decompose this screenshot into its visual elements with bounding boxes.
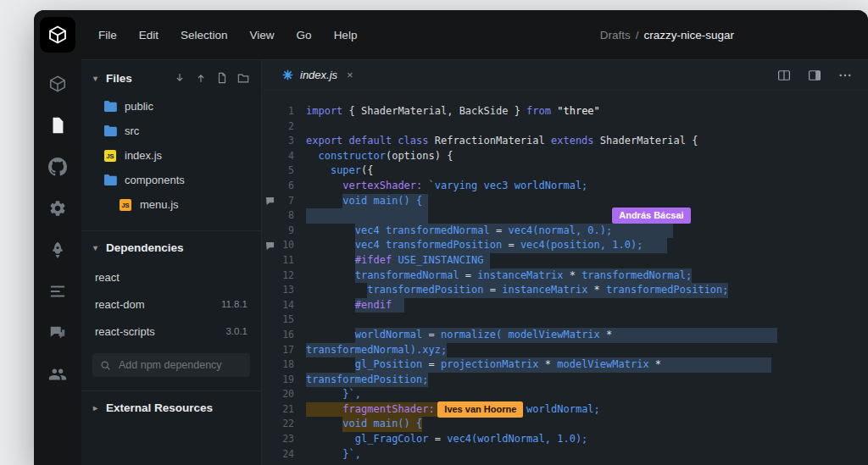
code-text: void main() {	[306, 417, 868, 432]
list-icon[interactable]	[48, 282, 67, 301]
code-text: transformedNormal = instanceMatrix * tra…	[306, 268, 868, 284]
dependency-list: reactreact-dom11.8.1react-scripts3.0.1	[81, 263, 261, 345]
code-line: 2	[262, 119, 868, 135]
code-text: #endif	[306, 298, 868, 313]
team-icon[interactable]	[48, 365, 67, 384]
file-tree-item-public[interactable]: public	[81, 94, 261, 119]
code-line: 5 super({	[262, 163, 868, 179]
open-preview-icon[interactable]	[807, 68, 822, 83]
line-number: 20	[277, 387, 294, 402]
gutter-space	[265, 298, 277, 313]
dependency-version: 11.8.1	[221, 299, 248, 309]
code-line: 7 void main() {	[262, 194, 868, 209]
menu-selection[interactable]: Selection	[181, 29, 228, 42]
file-tree-item-src[interactable]: src	[81, 119, 261, 143]
code-text: transformedNormal).xyz;	[306, 343, 868, 358]
dependency-name: react-scripts	[95, 325, 155, 338]
line-number: 13	[277, 283, 294, 298]
gutter-space	[265, 328, 277, 343]
code-line: 22 void main() {	[262, 417, 868, 432]
rail-icon-list	[48, 75, 67, 384]
tab-label: index.js	[300, 69, 337, 81]
line-number: 22	[277, 417, 294, 432]
menu-file[interactable]: File	[98, 29, 117, 42]
rocket-icon[interactable]	[48, 241, 67, 259]
codesandbox-logo[interactable]	[40, 17, 75, 53]
file-name: components	[125, 174, 185, 186]
dependencies-section-header[interactable]: ▾ Dependencies	[81, 231, 261, 263]
file-icon[interactable]	[48, 116, 67, 135]
gutter-space	[265, 268, 277, 284]
dependency-react-scripts[interactable]: react-scripts3.0.1	[81, 318, 261, 345]
menu-help[interactable]: Help	[334, 29, 358, 42]
menu-edit[interactable]: Edit	[139, 29, 159, 42]
upload-icon[interactable]	[195, 72, 207, 84]
new-folder-icon[interactable]	[237, 72, 249, 84]
code-line: 6 vertexShader: `varying vec3 worldNorma…	[262, 179, 868, 194]
gutter-space	[265, 179, 277, 194]
files-section-header[interactable]: ▾ Files	[81, 62, 261, 94]
breadcrumb[interactable]: Drafts / crazzy-nice-sugar	[600, 10, 734, 59]
line-number: 11	[277, 253, 294, 268]
code-text	[306, 119, 868, 135]
menu-view[interactable]: View	[250, 29, 275, 42]
code-line: 16 worldNormal = normalize( modelViewMat…	[262, 328, 868, 343]
more-icon[interactable]	[837, 68, 853, 83]
external-resources-header[interactable]: ▸ External Resources	[81, 391, 261, 423]
code-line: 9 vec4 transformedNormal = vec4(normal, …	[262, 224, 868, 239]
dependency-react[interactable]: react	[81, 263, 261, 291]
gutter-space	[265, 119, 277, 135]
line-number: 10	[277, 238, 294, 253]
close-tab-icon[interactable]: ×	[347, 69, 353, 81]
tab-indexjs[interactable]: index.js ×	[274, 60, 362, 90]
line-number: 14	[277, 298, 294, 313]
line-number: 24	[277, 447, 294, 462]
tab-bar: index.js ×	[262, 60, 868, 91]
github-icon[interactable]	[48, 158, 67, 176]
code-editor[interactable]: 1import { ShaderMaterial, BackSide } fro…	[262, 91, 868, 465]
comment-bubble-icon[interactable]	[265, 238, 277, 253]
new-file-icon[interactable]	[216, 72, 228, 84]
line-number: 7	[277, 194, 294, 209]
chevron-down-icon: ▾	[93, 243, 106, 252]
gutter-space	[265, 432, 277, 447]
code-line: 23 gl_FragColor = vec4(worldNormal, 1.0)…	[262, 432, 868, 447]
code-line: 4 constructor(options) {	[262, 149, 868, 164]
file-tree-item-index-js[interactable]: JSindex.js	[81, 143, 261, 168]
menu-go[interactable]: Go	[297, 29, 312, 42]
activity-bar	[34, 10, 81, 465]
chevron-right-icon: ▸	[93, 403, 106, 412]
code-text: #ifdef USE_INSTANCING	[306, 253, 868, 268]
gear-icon[interactable]	[48, 199, 67, 218]
download-icon[interactable]	[174, 72, 186, 84]
dependency-version: 3.0.1	[225, 326, 248, 336]
code-text	[306, 208, 868, 224]
code-line: 19transformedPosition;	[262, 373, 868, 388]
code-line: 1import { ShaderMaterial, BackSide } fro…	[262, 104, 868, 119]
file-tree-item-menu-js[interactable]: JSmenu.js	[81, 192, 261, 217]
external-resources-title: External Resources	[106, 401, 213, 414]
box-icon[interactable]	[48, 75, 67, 93]
cube-icon	[47, 25, 68, 45]
code-line: 8	[262, 208, 868, 224]
code-text: gl_FragColor = vec4(worldNormal, 1.0);	[306, 432, 868, 447]
line-number: 1	[277, 104, 294, 119]
file-status-icon	[282, 69, 293, 80]
dependency-name: react	[95, 271, 120, 284]
gutter-space	[265, 283, 277, 298]
add-dependency-input[interactable]	[117, 358, 242, 372]
breadcrumb-folder[interactable]: Drafts	[600, 29, 631, 42]
dependency-react-dom[interactable]: react-dom11.8.1	[81, 291, 261, 318]
line-number: 8	[277, 208, 294, 224]
file-name: index.js	[125, 149, 162, 162]
file-name: src	[125, 125, 139, 137]
code-text: constructor(options) {	[306, 149, 868, 164]
code-text: import { ShaderMaterial, BackSide } from…	[306, 104, 868, 119]
code-line: 20 }`,	[262, 387, 868, 402]
file-tree-item-components[interactable]: components	[81, 168, 261, 192]
comment-bubble-icon[interactable]	[265, 194, 277, 209]
split-view-icon[interactable]	[776, 68, 792, 83]
chat-icon[interactable]	[48, 324, 67, 342]
editor-pane: index.js × 1import { ShaderMaterial, Bac…	[262, 60, 868, 465]
folder-icon	[104, 125, 117, 136]
